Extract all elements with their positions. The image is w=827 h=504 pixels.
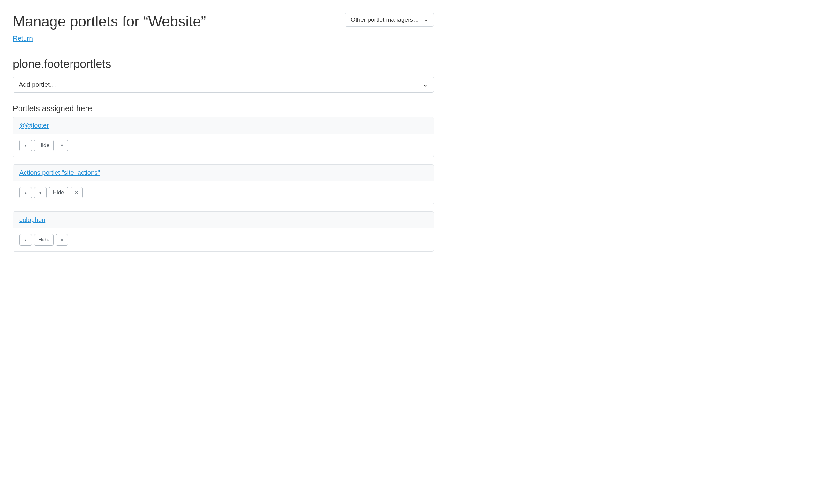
portlet-header: @@footer — [13, 117, 434, 134]
remove-button[interactable]: × — [56, 140, 68, 151]
portlet-body: ▲Hide× — [13, 228, 434, 251]
other-managers-dropdown[interactable]: Other portlet managers… ⌄ — [345, 13, 434, 27]
remove-button[interactable]: × — [70, 187, 83, 199]
move-down-button[interactable]: ▼ — [19, 140, 32, 151]
portlet-link[interactable]: colophon — [19, 216, 45, 223]
hide-button[interactable]: Hide — [34, 140, 54, 151]
move-up-button[interactable]: ▲ — [19, 234, 32, 245]
chevron-down-icon: ⌄ — [423, 81, 428, 89]
assigned-label: Portlets assigned here — [13, 104, 434, 113]
portlet-card: Actions portlet "site_actions"▲▼Hide× — [13, 164, 434, 205]
portlet-header: Actions portlet "site_actions" — [13, 165, 434, 181]
return-link[interactable]: Return — [13, 35, 33, 42]
portlet-link[interactable]: @@footer — [19, 122, 49, 129]
portlet-link[interactable]: Actions portlet "site_actions" — [19, 169, 100, 176]
chevron-down-icon: ⌄ — [424, 17, 428, 22]
move-down-button[interactable]: ▼ — [34, 187, 47, 199]
hide-button[interactable]: Hide — [34, 234, 54, 245]
section-title: plone.footerportlets — [13, 57, 434, 71]
portlet-header: colophon — [13, 212, 434, 228]
hide-button[interactable]: Hide — [49, 187, 68, 199]
portlet-card: colophon▲Hide× — [13, 212, 434, 252]
remove-button[interactable]: × — [56, 234, 68, 245]
add-portlet-label: Add portlet… — [19, 81, 56, 89]
add-portlet-dropdown[interactable]: Add portlet… ⌄ — [13, 76, 434, 93]
portlet-body: ▼Hide× — [13, 134, 434, 157]
other-managers-label: Other portlet managers… — [351, 16, 419, 23]
portlet-card: @@footer▼Hide× — [13, 117, 434, 157]
move-up-button[interactable]: ▲ — [19, 187, 32, 199]
page-title: Manage portlets for “Website” — [13, 13, 206, 30]
portlet-body: ▲▼Hide× — [13, 181, 434, 204]
